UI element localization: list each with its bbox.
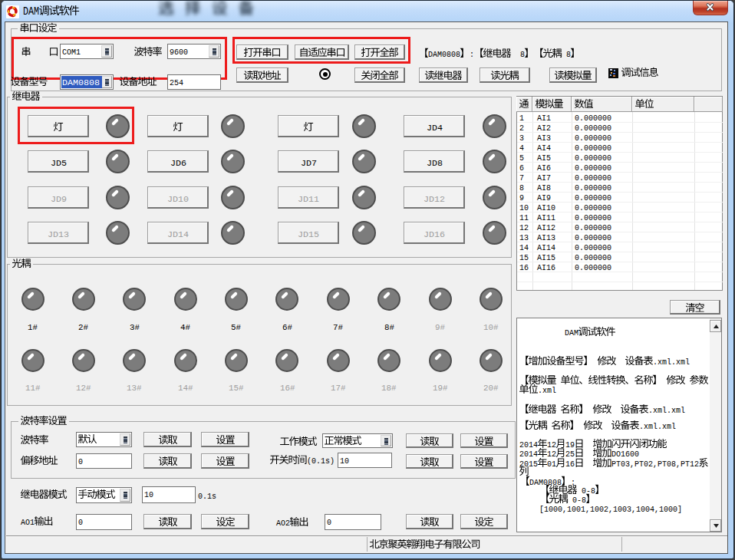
svg-text:0.000000: 0.000000	[575, 153, 611, 163]
svg-text:0: 0	[78, 457, 83, 466]
svg-text:DAM: DAM	[565, 328, 578, 338]
svg-text:AI13: AI13	[537, 233, 555, 242]
svg-text:7: 7	[519, 173, 524, 183]
svg-text:0.1s: 0.1s	[198, 492, 216, 501]
svg-text:254: 254	[170, 78, 183, 87]
svg-text:8: 8	[519, 183, 524, 193]
svg-text:JD5: JD5	[51, 159, 67, 168]
svg-text:10: 10	[340, 456, 349, 466]
svg-text:0.000000: 0.000000	[575, 133, 611, 143]
svg-text:0.000000: 0.000000	[575, 183, 611, 193]
svg-text:4: 4	[519, 143, 524, 153]
svg-text:JD6: JD6	[170, 159, 186, 168]
svg-text:5#: 5#	[231, 323, 241, 332]
svg-text:COM1: COM1	[62, 48, 81, 57]
svg-text:AI16: AI16	[537, 263, 555, 272]
svg-text:16#: 16#	[280, 384, 295, 393]
svg-text:JD15: JD15	[298, 230, 319, 239]
svg-text:DAM0808: DAM0808	[428, 50, 460, 59]
svg-text:13#: 13#	[127, 384, 142, 393]
svg-text:AO1: AO1	[21, 518, 35, 527]
svg-text:DAM: DAM	[23, 5, 39, 18]
svg-text:AO2: AO2	[276, 519, 290, 528]
svg-text:0: 0	[327, 518, 331, 527]
svg-text:10#: 10#	[483, 323, 499, 332]
svg-text:AI14: AI14	[537, 243, 555, 252]
svg-text:AI5: AI5	[537, 153, 551, 163]
svg-text:.xml: .xml	[538, 386, 556, 395]
svg-text:25: 25	[565, 450, 575, 459]
svg-text:9: 9	[519, 193, 524, 203]
svg-text:AI6: AI6	[537, 163, 551, 173]
svg-text:16: 16	[565, 460, 575, 469]
svg-text:10: 10	[519, 203, 529, 212]
svg-text:0.000000: 0.000000	[575, 263, 611, 272]
svg-text:[1000,1001,1002,1003,1004,1000: [1000,1001,1002,1003,1004,1000]	[539, 505, 682, 514]
svg-text:JD4: JD4	[427, 124, 443, 133]
svg-text:.xml.xml: .xml.xml	[653, 357, 690, 367]
svg-text:9#: 9#	[435, 323, 445, 332]
svg-text:DAM0808: DAM0808	[62, 78, 100, 87]
svg-text:11#: 11#	[25, 384, 41, 393]
svg-text:AI9: AI9	[537, 193, 551, 203]
svg-text:8: 8	[566, 50, 571, 59]
svg-text:0.000000: 0.000000	[575, 114, 611, 123]
svg-text:AI7: AI7	[537, 173, 551, 183]
svg-text:JD16: JD16	[424, 230, 445, 239]
svg-text:AI3: AI3	[537, 133, 551, 143]
svg-text:0.000000: 0.000000	[575, 193, 611, 203]
svg-text:AI4: AI4	[537, 143, 551, 153]
svg-text:16: 16	[519, 263, 529, 272]
svg-text:17#: 17#	[331, 384, 346, 393]
svg-text:0.000000: 0.000000	[575, 173, 611, 183]
svg-text:JD10: JD10	[167, 195, 189, 204]
svg-text:(0.1s): (0.1s)	[307, 456, 335, 466]
svg-text:0.000000: 0.000000	[575, 163, 611, 173]
svg-text:15#: 15#	[229, 384, 244, 393]
svg-text:2014: 2014	[519, 450, 538, 459]
svg-text:0.000000: 0.000000	[575, 233, 611, 242]
svg-text:AI8: AI8	[537, 183, 551, 193]
svg-text:3: 3	[519, 133, 524, 143]
svg-text:AI10: AI10	[537, 203, 555, 212]
svg-text:AI1: AI1	[537, 114, 551, 123]
svg-text:0.000000: 0.000000	[575, 243, 611, 252]
svg-text:0.000000: 0.000000	[575, 253, 611, 262]
svg-text:6: 6	[519, 163, 524, 173]
svg-text:20#: 20#	[483, 384, 499, 393]
svg-text:7#: 7#	[333, 323, 343, 332]
svg-text:0.000000: 0.000000	[575, 223, 611, 232]
svg-text:JD14: JD14	[167, 230, 189, 239]
svg-text:0.000000: 0.000000	[575, 143, 611, 153]
svg-text:.xml.xml: .xml.xml	[639, 422, 676, 431]
svg-text:3#: 3#	[130, 323, 140, 332]
svg-text:AI12: AI12	[537, 223, 555, 232]
svg-text:12: 12	[519, 223, 529, 232]
svg-text:1: 1	[519, 114, 524, 123]
svg-text:0.000000: 0.000000	[575, 124, 611, 133]
svg-text:.xml.xml: .xml.xml	[648, 406, 685, 415]
svg-text:JD12: JD12	[424, 195, 445, 204]
svg-text:2#: 2#	[78, 323, 88, 332]
svg-text:8: 8	[520, 50, 525, 59]
svg-text:DO1600: DO1600	[611, 450, 639, 459]
svg-text:PT03,PT02,PT08,PT12: PT03,PT02,PT08,PT12	[611, 460, 699, 469]
svg-text:4#: 4#	[180, 323, 190, 332]
svg-text:0: 0	[78, 518, 83, 527]
svg-text:JD13: JD13	[48, 230, 69, 239]
svg-text:AI11: AI11	[537, 213, 555, 222]
svg-text:10: 10	[144, 490, 153, 499]
svg-text:18#: 18#	[381, 384, 397, 393]
svg-text:JD9: JD9	[51, 195, 67, 204]
svg-text:8#: 8#	[384, 323, 394, 332]
svg-text:JD8: JD8	[427, 159, 443, 168]
svg-text:AI2: AI2	[537, 124, 551, 133]
svg-text:AI15: AI15	[537, 253, 555, 262]
svg-text:12: 12	[547, 450, 556, 459]
svg-text:0.000000: 0.000000	[575, 213, 611, 222]
svg-text:6#: 6#	[282, 323, 292, 332]
svg-text:0.000000: 0.000000	[575, 203, 611, 212]
svg-text:19#: 19#	[433, 384, 448, 393]
svg-text:15: 15	[519, 253, 529, 262]
svg-text:JD11: JD11	[298, 195, 319, 204]
